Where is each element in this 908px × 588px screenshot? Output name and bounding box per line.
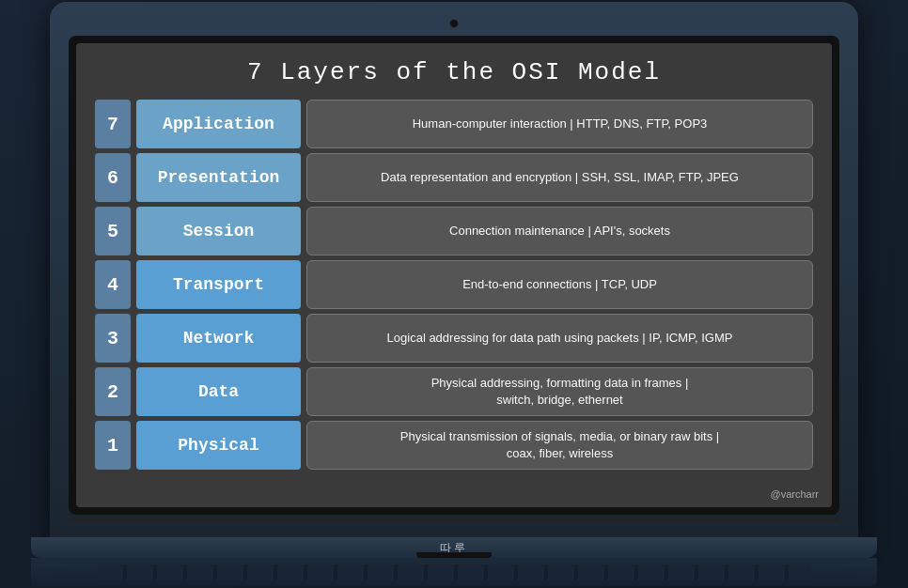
- watermark: @varcharr: [770, 488, 819, 500]
- layer-name: Network: [136, 314, 301, 363]
- layer-name: Application: [136, 100, 301, 148]
- layer-description: Connection maintenance | API's, sockets: [306, 207, 813, 255]
- table-row: 6PresentationData representation and enc…: [95, 153, 813, 202]
- layer-number: 7: [95, 100, 131, 148]
- layer-description: Human-computer interaction | HTTP, DNS, …: [306, 100, 813, 148]
- page-title: 7 Layers of the OSI Model: [247, 58, 661, 86]
- layer-name: Physical: [136, 421, 301, 470]
- keyboard-area: [31, 558, 877, 586]
- layer-number: 1: [95, 421, 131, 470]
- layer-number: 5: [95, 207, 131, 255]
- layer-name: Session: [136, 207, 301, 255]
- layer-description: Physical transmission of signals, media,…: [306, 421, 813, 470]
- layer-name: Presentation: [136, 153, 301, 202]
- table-row: 7ApplicationHuman-computer interaction |…: [95, 100, 813, 148]
- table-row: 5SessionConnection maintenance | API's, …: [95, 207, 813, 255]
- webcam: [449, 19, 459, 28]
- layer-number: 4: [95, 260, 131, 309]
- layer-name: Transport: [136, 260, 301, 309]
- laptop-base: 따루: [31, 537, 877, 558]
- table-row: 3NetworkLogical addressing for data path…: [95, 314, 813, 363]
- table-row: 1PhysicalPhysical transmission of signal…: [95, 421, 813, 470]
- layer-description: Data representation and encryption | SSH…: [306, 153, 813, 202]
- table-row: 2DataPhysical addressing, formatting dat…: [95, 367, 813, 416]
- layer-name: Data: [136, 367, 301, 416]
- layer-description: End-to-end connections | TCP, UDP: [306, 260, 813, 309]
- laptop-outer: 7 Layers of the OSI Model 7ApplicationHu…: [50, 2, 858, 537]
- laptop-notch: [416, 552, 492, 558]
- screen-bezel: 7 Layers of the OSI Model 7ApplicationHu…: [69, 36, 839, 515]
- screen: 7 Layers of the OSI Model 7ApplicationHu…: [76, 43, 832, 507]
- table-row: 4TransportEnd-to-end connections | TCP, …: [95, 260, 813, 309]
- osi-table: 7ApplicationHuman-computer interaction |…: [95, 100, 813, 470]
- layer-description: Logical addressing for data path using p…: [306, 314, 813, 363]
- layer-description: Physical addressing, formatting data in …: [306, 367, 813, 416]
- layer-number: 2: [95, 367, 131, 416]
- layer-number: 6: [95, 153, 131, 202]
- layer-number: 3: [95, 314, 131, 363]
